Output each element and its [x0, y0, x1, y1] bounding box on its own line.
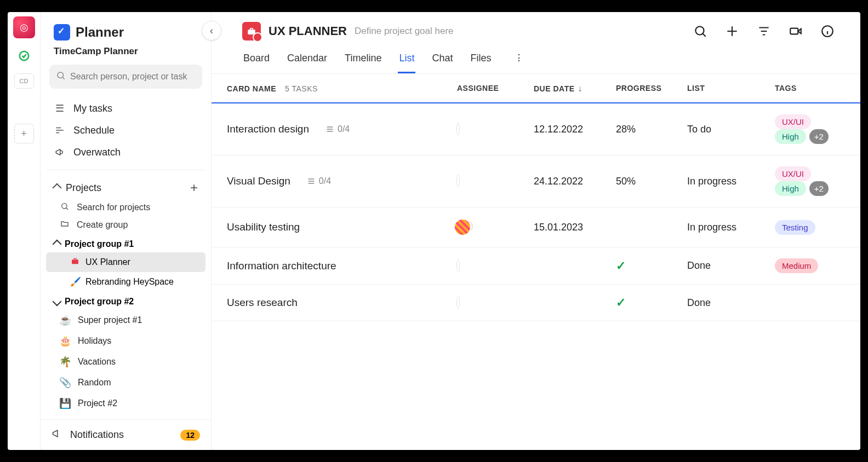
project-icon — [242, 22, 261, 41]
header-filter-button[interactable] — [756, 24, 772, 39]
project-item[interactable]: ☕Super project #1 — [46, 310, 205, 331]
projects-label: Projects — [66, 182, 101, 194]
project-ux-planner[interactable]: UX Planner — [46, 252, 205, 272]
nav-schedule[interactable]: Schedule — [46, 119, 205, 141]
megaphone-icon — [54, 147, 66, 157]
tag[interactable]: High — [775, 181, 806, 196]
assignee-avatar[interactable] — [457, 221, 472, 232]
brush-icon: 🖌️ — [70, 276, 80, 287]
assignee-avatar[interactable] — [457, 175, 459, 187]
tag-more[interactable]: +2 — [809, 181, 829, 196]
tab-list[interactable]: List — [398, 48, 415, 73]
svg-point-2 — [62, 204, 67, 209]
app-rail: ◎ CD + — [8, 12, 41, 450]
nav-overwatch[interactable]: Overwatch — [46, 141, 205, 163]
assignee-avatar[interactable] — [457, 260, 459, 272]
list-status: Done — [687, 297, 775, 309]
tag[interactable]: UX/UI — [775, 166, 811, 181]
project-label: Rebranding HeySpace — [85, 277, 174, 287]
col-due-date[interactable]: DUE DATE ↓ — [534, 84, 616, 94]
tag[interactable]: High — [775, 129, 806, 144]
search-input[interactable] — [70, 72, 196, 82]
tab-timeline[interactable]: Timeline — [344, 48, 382, 73]
sidebar-divider — [46, 170, 205, 170]
col-progress[interactable]: PROGRESS — [616, 84, 687, 94]
project-item[interactable]: 💾Project #2 — [46, 393, 205, 414]
search-icon — [59, 202, 70, 213]
collapse-sidebar-button[interactable]: ‹ — [202, 21, 221, 41]
progress-value: 50% — [616, 176, 687, 187]
subtask-count: 0/4 — [326, 124, 350, 134]
header-add-button[interactable] — [724, 24, 740, 39]
table-row[interactable]: Usability testing15.01.2023In progressTe… — [212, 207, 860, 247]
task-count: 5 TASKS — [285, 84, 318, 93]
col-list[interactable]: LIST — [687, 84, 775, 94]
paperclip-icon: 📎 — [59, 377, 71, 389]
col-card-name[interactable]: CARD NAME — [227, 84, 276, 93]
table-row[interactable]: Users research✓Done — [212, 285, 860, 321]
due-date: 15.01.2023 — [534, 222, 616, 233]
project-group-2[interactable]: Project group #2 — [46, 291, 205, 310]
briefcase-icon — [70, 257, 80, 268]
progress-value: 28% — [616, 124, 687, 135]
header-video-button[interactable] — [788, 24, 803, 39]
tag[interactable]: Medium — [775, 258, 818, 273]
header-info-button[interactable] — [820, 24, 835, 39]
projects-toggle[interactable]: Projects — [54, 182, 101, 194]
svg-rect-4 — [248, 30, 255, 34]
tag[interactable]: Testing — [775, 220, 815, 235]
col-tags[interactable]: TAGS — [775, 84, 845, 94]
list-status: In progress — [687, 176, 775, 187]
project-label: Random — [78, 378, 111, 388]
folder-plus-icon — [59, 220, 70, 230]
nav-label: My tasks — [73, 103, 112, 114]
notifications-row[interactable]: Notifications 12 — [41, 419, 211, 450]
rail-app-2[interactable] — [13, 45, 35, 67]
project-label: UX Planner — [85, 257, 130, 267]
project-item[interactable]: 📎Random — [46, 372, 205, 393]
check-icon: ✓ — [616, 259, 626, 273]
tags-cell: UX/UIHigh+2 — [775, 114, 845, 144]
tab-more-button[interactable]: ⋮ — [508, 48, 530, 73]
assignee-avatar[interactable] — [457, 297, 459, 308]
app-subtitle: TimeCamp Planner — [41, 46, 211, 57]
project-label: Holidays — [78, 336, 111, 346]
tag[interactable]: UX/UI — [775, 114, 811, 129]
tab-chat[interactable]: Chat — [431, 48, 454, 73]
due-date: 12.12.2022 — [534, 124, 616, 135]
tab-files[interactable]: Files — [470, 48, 493, 73]
project-rebranding[interactable]: 🖌️ Rebranding HeySpace — [46, 272, 205, 291]
rail-add-workspace[interactable]: + — [14, 124, 34, 143]
table-body: Interaction design0/412.12.202228%To doU… — [212, 103, 860, 321]
project-group-1[interactable]: Project group #1 — [46, 234, 205, 252]
project-item[interactable]: 🌴Vacations — [46, 351, 205, 372]
svg-rect-3 — [72, 259, 78, 264]
nav-label: Schedule — [73, 125, 115, 136]
table-row[interactable]: Interaction design0/412.12.202228%To doU… — [212, 103, 860, 155]
tab-board[interactable]: Board — [242, 48, 271, 73]
nav-my-tasks[interactable]: ☰ My tasks — [46, 97, 205, 119]
rail-workspace-badge[interactable]: CD — [14, 73, 34, 89]
tag-more[interactable]: +2 — [809, 129, 829, 144]
list-status: In progress — [687, 222, 775, 233]
search-projects[interactable]: Search for projects — [46, 199, 205, 216]
table-row[interactable]: Information architecture✓DoneMedium — [212, 247, 860, 285]
list-status: Done — [687, 260, 775, 272]
header-search-button[interactable] — [693, 24, 708, 39]
assignee-avatar[interactable] — [457, 123, 459, 135]
main-panel: ‹ UX PLANNER Define project goal here Bo… — [212, 12, 860, 450]
svg-rect-6 — [790, 28, 798, 34]
rail-app-1[interactable]: ◎ — [13, 16, 35, 38]
sidebar-search[interactable] — [49, 65, 202, 89]
app-name: Planner — [76, 25, 124, 40]
col-assignee[interactable]: ASSIGNEE — [457, 84, 534, 94]
create-group[interactable]: Create group — [46, 216, 205, 234]
add-project-button[interactable]: + — [190, 180, 198, 195]
project-goal-placeholder[interactable]: Define project goal here — [355, 26, 454, 37]
table-row[interactable]: Visual Design0/424.12.202250%In progress… — [212, 155, 860, 207]
tab-calendar[interactable]: Calendar — [286, 48, 328, 73]
chevron-down-icon — [53, 297, 62, 307]
palm-icon: 🌴 — [59, 356, 71, 368]
project-item[interactable]: 🎂Holidays — [46, 331, 205, 351]
notifications-label: Notifications — [70, 429, 124, 441]
